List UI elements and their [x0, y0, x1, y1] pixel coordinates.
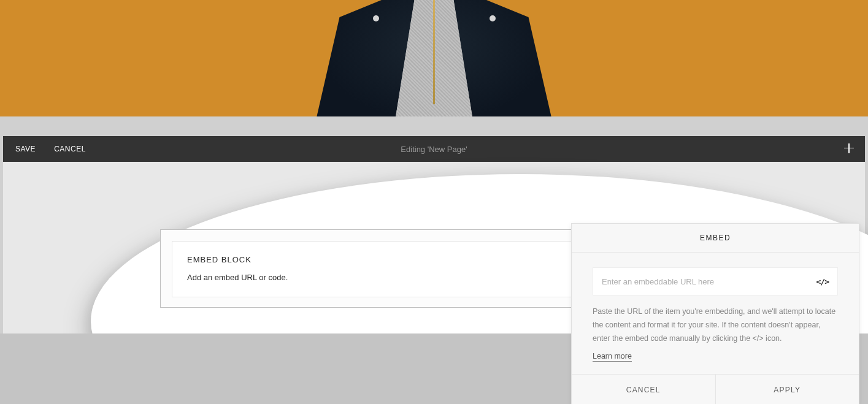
- embed-panel-header: EMBED: [572, 224, 859, 253]
- code-icon[interactable]: </>: [816, 277, 829, 286]
- embed-panel-body: </> Paste the URL of the item you're emb…: [572, 253, 859, 374]
- embed-apply-button[interactable]: APPLY: [716, 375, 859, 404]
- hero-person-image: [299, 0, 569, 116]
- cancel-button[interactable]: CANCEL: [54, 145, 86, 153]
- save-button[interactable]: SAVE: [15, 145, 36, 153]
- embed-cancel-button[interactable]: CANCEL: [572, 375, 716, 404]
- spacer: [0, 116, 868, 136]
- learn-more-link[interactable]: Learn more: [593, 352, 632, 362]
- hero-banner: [0, 0, 868, 116]
- embed-url-input-wrap: </>: [593, 267, 838, 295]
- embed-panel-footer: CANCEL APPLY: [572, 374, 859, 404]
- embed-settings-panel: EMBED </> Paste the URL of the item you'…: [571, 223, 859, 404]
- editing-status: Editing 'New Page': [401, 145, 467, 154]
- embed-url-input[interactable]: [602, 277, 816, 286]
- plus-icon: [844, 143, 854, 153]
- embed-help-text: Paste the URL of the item you're embeddi…: [593, 305, 838, 346]
- editor-toolbar: SAVE CANCEL Editing 'New Page': [3, 136, 865, 162]
- add-block-button[interactable]: [844, 142, 854, 156]
